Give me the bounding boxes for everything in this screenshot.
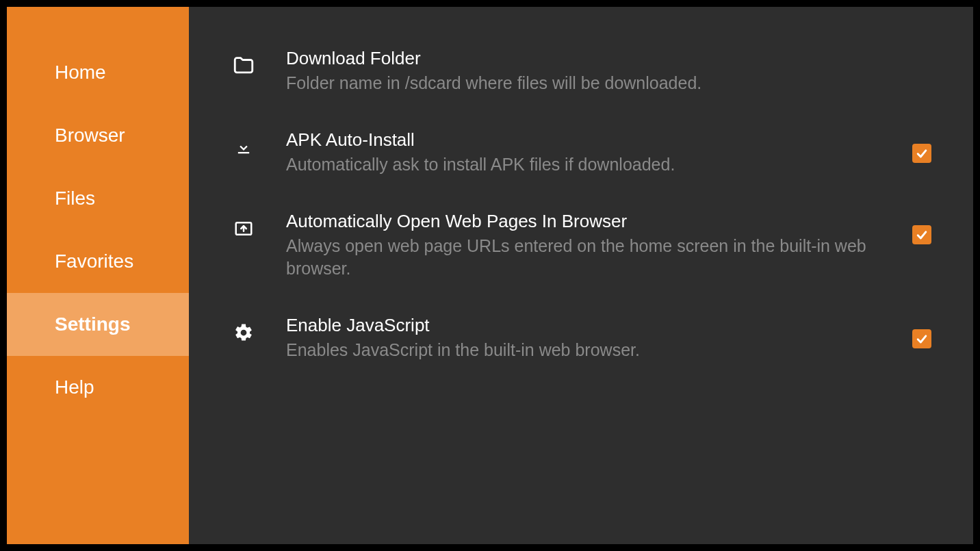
sidebar: Home Browser Files Favorites Settings He… [7,7,189,544]
checkbox-auto-open-browser[interactable] [912,225,931,244]
sidebar-item-files[interactable]: Files [7,167,189,230]
setting-description: Folder name in /sdcard where files will … [286,72,912,95]
open-browser-icon [230,215,257,242]
setting-auto-open-browser[interactable]: Automatically Open Web Pages In Browser … [230,211,932,281]
sidebar-item-home[interactable]: Home [7,41,189,104]
setting-title: Automatically Open Web Pages In Browser [286,211,891,232]
setting-description: Automatically ask to install APK files i… [286,153,891,177]
setting-apk-auto-install[interactable]: APK Auto-Install Automatically ask to in… [230,129,932,177]
setting-title: Download Folder [286,48,912,69]
setting-enable-javascript[interactable]: Enable JavaScript Enables JavaScript in … [230,315,932,362]
setting-download-folder[interactable]: Download Folder Folder name in /sdcard w… [230,48,932,95]
checkbox-enable-javascript[interactable] [912,329,931,348]
setting-description: Enables JavaScript in the built-in web b… [286,339,891,362]
setting-description: Always open web page URLs entered on the… [286,235,891,281]
sidebar-item-help[interactable]: Help [7,356,189,419]
sidebar-item-browser[interactable]: Browser [7,104,189,167]
sidebar-item-settings[interactable]: Settings [7,293,189,356]
checkbox-apk-auto-install[interactable] [912,144,931,163]
settings-panel: Download Folder Folder name in /sdcard w… [189,7,973,544]
sidebar-item-favorites[interactable]: Favorites [7,230,189,293]
setting-title: Enable JavaScript [286,315,891,336]
gear-icon [230,319,257,346]
folder-icon [230,52,257,79]
download-icon [230,133,257,161]
setting-title: APK Auto-Install [286,129,891,151]
